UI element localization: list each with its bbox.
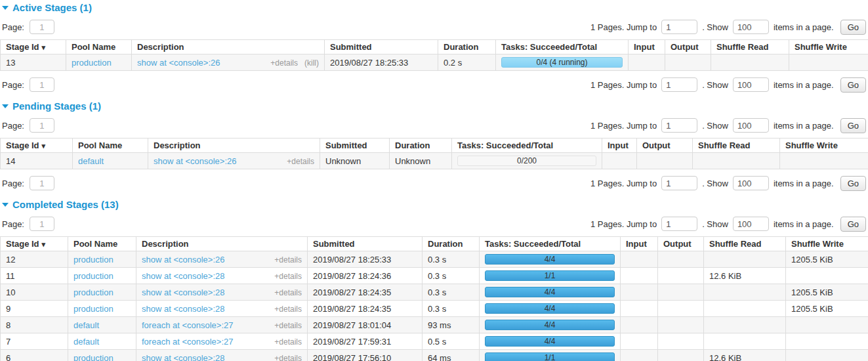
- column-header[interactable]: Submitted: [325, 40, 438, 54]
- column-header[interactable]: Input: [621, 237, 658, 251]
- pool-link[interactable]: production: [73, 287, 114, 297]
- column-header[interactable]: Shuffle Write: [780, 138, 868, 153]
- description-cell: show at <console>:28+details: [136, 350, 308, 361]
- page-number-input[interactable]: [30, 217, 54, 231]
- description-link[interactable]: show at <console>:26: [142, 255, 224, 265]
- completed-stages-section: Completed Stages (13) Page:1 Pages. Jump…: [0, 199, 868, 361]
- column-header[interactable]: Tasks: Succeeded/Total: [496, 40, 629, 54]
- go-button[interactable]: Go: [840, 176, 866, 191]
- description-link[interactable]: show at <console>:28: [142, 353, 224, 361]
- column-header[interactable]: Shuffle Read: [711, 40, 789, 54]
- pool-cell: default: [68, 333, 136, 350]
- go-button[interactable]: Go: [840, 77, 866, 93]
- column-header[interactable]: Stage Id▾: [1, 40, 66, 54]
- section-heading-completed[interactable]: Completed Stages (13): [2, 199, 866, 210]
- jump-to-page-input[interactable]: [661, 77, 697, 92]
- column-header[interactable]: Description: [148, 138, 320, 153]
- column-header[interactable]: Pool Name: [66, 40, 132, 54]
- description-link[interactable]: show at <console>:28: [142, 287, 224, 297]
- jump-to-page-input[interactable]: [661, 217, 697, 231]
- pool-link[interactable]: production: [73, 255, 114, 265]
- page-label: Page:: [2, 121, 24, 131]
- description-link[interactable]: show at <console>:26: [154, 156, 236, 166]
- active-stages-section: Active Stages (1) Page:1 Pages. Jump to.…: [0, 2, 868, 93]
- jump-to-page-input[interactable]: [661, 20, 697, 34]
- pool-link[interactable]: default: [73, 337, 99, 347]
- details-link[interactable]: +details: [274, 321, 302, 330]
- pool-link[interactable]: production: [73, 271, 114, 281]
- kill-link[interactable]: (kill): [304, 58, 319, 68]
- column-header[interactable]: Stage Id▾: [1, 138, 73, 153]
- page-number-input[interactable]: [30, 20, 54, 34]
- column-header[interactable]: Shuffle Read: [693, 138, 780, 153]
- column-header[interactable]: Input: [629, 40, 665, 54]
- pool-link[interactable]: default: [73, 320, 99, 330]
- section-title: Completed Stages (13): [12, 199, 119, 210]
- column-header[interactable]: Output: [658, 237, 704, 251]
- description-cell: show at <console>:26+details: [148, 153, 320, 169]
- page-number-input[interactable]: [30, 176, 54, 190]
- show-items-input[interactable]: [733, 118, 769, 133]
- column-header[interactable]: Duration: [423, 237, 480, 251]
- column-header[interactable]: Description: [132, 40, 325, 54]
- pool-cell: production: [68, 301, 136, 317]
- section-heading-pending[interactable]: Pending Stages (1): [2, 100, 866, 112]
- description-link[interactable]: show at <console>:26: [137, 58, 220, 68]
- submitted-cell: 2019/08/27 18:24:35: [308, 284, 423, 301]
- pool-link[interactable]: production: [72, 58, 112, 68]
- items-per-page-label: items in a page.: [774, 80, 834, 90]
- column-header[interactable]: Output: [637, 138, 693, 153]
- details-link[interactable]: +details: [274, 288, 302, 297]
- column-header[interactable]: Duration: [390, 138, 452, 153]
- submitted-cell: 2019/08/27 18:24:36: [308, 268, 423, 284]
- show-items-input[interactable]: [733, 20, 769, 34]
- shuffle-read-cell: [704, 301, 786, 317]
- show-items-input[interactable]: [733, 176, 769, 190]
- column-header[interactable]: Output: [665, 40, 711, 54]
- jump-to-page-input[interactable]: [661, 118, 697, 133]
- page-number-input[interactable]: [30, 118, 54, 133]
- column-header[interactable]: Pool Name: [73, 138, 148, 153]
- page-number-input[interactable]: [30, 77, 54, 92]
- go-button[interactable]: Go: [840, 217, 866, 232]
- submitted-cell: 2019/08/27 18:24:35: [308, 301, 423, 317]
- column-header[interactable]: Stage Id▾: [1, 237, 68, 251]
- pending-stages-table: Stage Id▾Pool NameDescriptionSubmittedDu…: [0, 138, 868, 169]
- column-header[interactable]: Submitted: [308, 237, 423, 251]
- go-button[interactable]: Go: [840, 20, 866, 35]
- column-header[interactable]: Description: [136, 237, 308, 251]
- details-link[interactable]: +details: [274, 337, 302, 347]
- details-link[interactable]: +details: [274, 272, 302, 281]
- pool-link[interactable]: default: [78, 156, 104, 166]
- column-header[interactable]: Shuffle Write: [789, 40, 868, 54]
- description-link[interactable]: show at <console>:28: [142, 271, 224, 281]
- show-items-input[interactable]: [733, 217, 769, 231]
- go-button[interactable]: Go: [840, 118, 866, 133]
- show-items-input[interactable]: [733, 77, 769, 92]
- column-header[interactable]: Submitted: [320, 138, 390, 153]
- section-heading-active[interactable]: Active Stages (1): [2, 2, 866, 13]
- details-link[interactable]: +details: [274, 354, 302, 361]
- pool-cell: default: [68, 317, 136, 333]
- column-header[interactable]: Pool Name: [68, 237, 136, 251]
- jump-to-page-input[interactable]: [661, 176, 697, 190]
- tasks-cell: 4/4: [480, 317, 621, 333]
- column-header[interactable]: Tasks: Succeeded/Total: [480, 237, 621, 251]
- tasks-progress-label: 1/1: [486, 353, 614, 361]
- details-link[interactable]: +details: [287, 157, 314, 166]
- collapse-arrow-icon: [2, 104, 9, 108]
- pool-link[interactable]: production: [73, 304, 114, 314]
- pool-link[interactable]: production: [73, 353, 114, 361]
- column-header[interactable]: Shuffle Write: [786, 237, 868, 251]
- description-link[interactable]: show at <console>:28: [142, 304, 224, 314]
- column-header[interactable]: Shuffle Read: [704, 237, 786, 251]
- description-link[interactable]: foreach at <console>:27: [142, 320, 234, 330]
- pages-jump-label: 1 Pages. Jump to: [590, 80, 657, 90]
- column-header[interactable]: Input: [602, 138, 637, 153]
- column-header[interactable]: Duration: [438, 40, 496, 54]
- description-link[interactable]: foreach at <console>:27: [142, 337, 234, 347]
- details-link[interactable]: +details: [270, 58, 298, 68]
- details-link[interactable]: +details: [274, 255, 302, 265]
- details-link[interactable]: +details: [274, 305, 302, 314]
- column-header[interactable]: Tasks: Succeeded/Total: [452, 138, 602, 153]
